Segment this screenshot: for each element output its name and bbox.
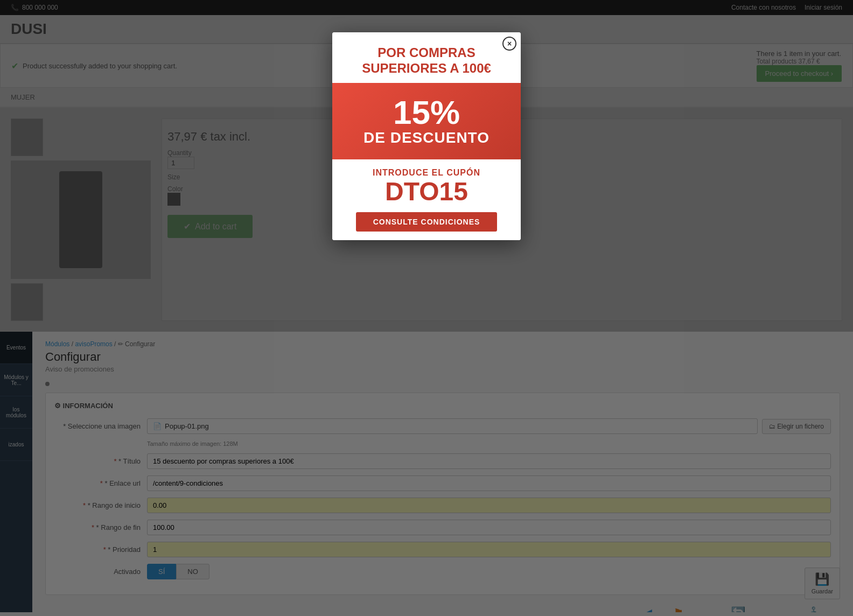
shop-background: DUSI ✔ Product successfully added to you… <box>0 15 853 332</box>
popup-top: POR COMPRAS SUPERIORES A 100€ <box>332 32 521 83</box>
popup-cta-button[interactable]: CONSULTE CONDICIONES <box>356 212 498 232</box>
popup-percent: 15% <box>341 96 512 129</box>
popup-introduce: INTRODUCE EL CUPÓN <box>341 168 512 178</box>
popup: × POR COMPRAS SUPERIORES A 100€ 15% DE D… <box>332 32 521 240</box>
popup-overlay: × POR COMPRAS SUPERIORES A 100€ 15% DE D… <box>0 15 853 332</box>
popup-title-line2: SUPERIORES A 100€ <box>341 61 512 76</box>
popup-bottom: INTRODUCE EL CUPÓN DTO15 CONSULTE CONDIC… <box>332 159 521 241</box>
popup-descuento: DE DESCUENTO <box>341 129 512 146</box>
popup-discount-box: 15% DE DESCUENTO <box>332 83 521 159</box>
popup-title-line1: POR COMPRAS <box>341 45 512 61</box>
popup-close-button[interactable]: × <box>502 37 516 51</box>
popup-coupon-code: DTO15 <box>341 178 512 206</box>
